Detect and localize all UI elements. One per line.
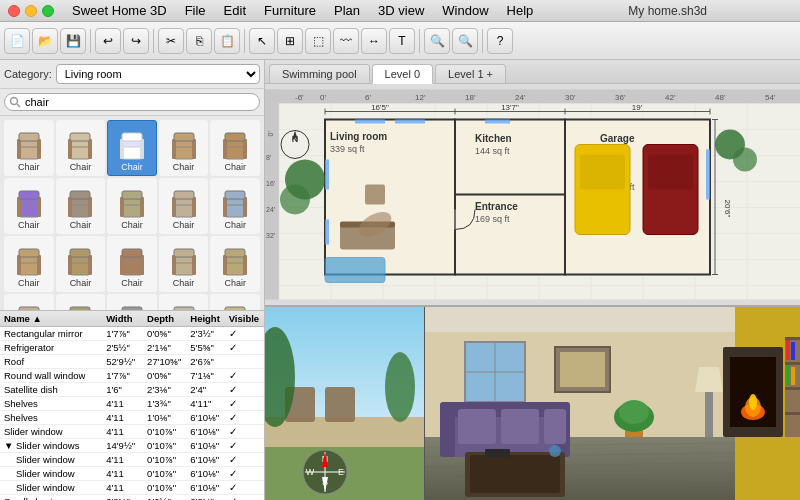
svg-rect-63 — [140, 255, 144, 275]
minimize-button[interactable] — [25, 5, 37, 17]
furniture-item[interactable]: Chair — [159, 236, 209, 292]
furniture-item[interactable]: Oak chair — [210, 294, 260, 310]
table-row[interactable]: Satellite dish 1'6" 2'3⅛" 2'4" ✓ — [0, 383, 264, 397]
furniture-item[interactable]: Child chair — [56, 294, 106, 310]
furniture-item[interactable]: Chair — [107, 236, 157, 292]
menu-furniture[interactable]: Furniture — [256, 1, 324, 20]
table-row[interactable]: Shelves 4'11 1'0⅛" 6'10⅛" ✓ — [0, 411, 264, 425]
category-select[interactable]: Living room Bedroom Kitchen Bathroom — [56, 64, 260, 84]
furniture-item[interactable]: Chair — [159, 178, 209, 234]
close-button[interactable] — [8, 5, 20, 17]
svg-rect-72 — [223, 255, 227, 275]
svg-text:18': 18' — [465, 93, 476, 102]
furniture-item[interactable]: Chair — [159, 120, 209, 176]
help-button[interactable]: ? — [487, 28, 513, 54]
furniture-item[interactable]: Chair — [4, 178, 54, 234]
menu-window[interactable]: Window — [434, 1, 496, 20]
svg-text:19': 19' — [632, 103, 643, 112]
tab-level-0[interactable]: Level 0 — [372, 64, 433, 84]
row-visible: ✓ — [225, 327, 264, 341]
svg-rect-22 — [223, 139, 227, 159]
copy-button[interactable]: ⎘ — [186, 28, 212, 54]
menu-edit[interactable]: Edit — [216, 1, 254, 20]
svg-rect-53 — [37, 255, 41, 275]
furniture-item[interactable]: Chair with c... — [4, 294, 54, 310]
menu-file[interactable]: File — [177, 1, 214, 20]
svg-rect-223 — [470, 455, 560, 493]
menu-3dview[interactable]: 3D view — [370, 1, 432, 20]
svg-text:24': 24' — [266, 206, 275, 213]
create-wall-button[interactable]: ⊞ — [277, 28, 303, 54]
menu-sweethome3d[interactable]: Sweet Home 3D — [64, 1, 175, 20]
svg-rect-241 — [785, 337, 800, 340]
svg-rect-17 — [172, 139, 176, 159]
create-dimension-button[interactable]: ↔ — [361, 28, 387, 54]
table-row[interactable]: Round wall window 1'7⅞" 0'0⅝" 7'1⅛" ✓ — [0, 369, 264, 383]
table-row[interactable]: Slider window 4'11 0'10⅞" 6'10⅛" ✓ — [0, 467, 264, 481]
table-row[interactable]: Slider window 4'11 0'10⅞" 6'10⅛" ✓ — [0, 453, 264, 467]
table-row[interactable]: Slider window 4'11 0'10⅞" 6'10⅛" ✓ — [0, 481, 264, 495]
svg-text:Entrance: Entrance — [475, 201, 518, 212]
furniture-icon — [164, 123, 204, 163]
furniture-item[interactable]: Chair — [56, 120, 106, 176]
search-input[interactable] — [4, 93, 260, 111]
3d-view-area[interactable]: N S W E — [265, 305, 800, 500]
zoom-in-button[interactable]: 🔍 — [424, 28, 450, 54]
table-row[interactable]: Small chest 2'8⅛" 1'6¼" 2'8⅛" ✓ — [0, 495, 264, 501]
row-width: 52'9½" — [102, 355, 143, 369]
table-row[interactable]: Roof 52'9½" 27'10⅝" 2'6⅞" — [0, 355, 264, 369]
search-bar — [0, 89, 264, 116]
furniture-item[interactable]: Modern arm... — [159, 294, 209, 310]
svg-rect-165 — [365, 185, 385, 205]
furniture-item[interactable]: Chair — [107, 178, 157, 234]
furniture-item[interactable]: Chair — [56, 236, 106, 292]
new-button[interactable]: 📄 — [4, 28, 30, 54]
table-row[interactable]: Slider window 4'11 0'10⅞" 6'10⅛" ✓ — [0, 425, 264, 439]
furniture-item[interactable]: Chair — [56, 178, 106, 234]
3d-view-svg: N S W E — [265, 307, 800, 500]
table-row[interactable]: Rectangular mirror 1'7⅞" 0'0⅝" 2'3½" ✓ — [0, 327, 264, 341]
paste-button[interactable]: 📋 — [214, 28, 240, 54]
tab-swimming-pool[interactable]: Swimming pool — [269, 64, 370, 83]
redo-button[interactable]: ↪ — [123, 28, 149, 54]
furniture-item[interactable]: Chair — [210, 120, 260, 176]
open-button[interactable]: 📂 — [32, 28, 58, 54]
svg-rect-58 — [88, 255, 92, 275]
furniture-item[interactable]: Chair — [107, 120, 157, 176]
create-room-button[interactable]: ⬚ — [305, 28, 331, 54]
furniture-item[interactable]: Lattice chair — [107, 294, 157, 310]
row-height: 5'5⅝" — [186, 341, 224, 355]
table-row[interactable]: Shelves 4'11 1'3¾" 4'11" ✓ — [0, 397, 264, 411]
furniture-item[interactable]: Chair — [210, 236, 260, 292]
row-visible: ✓ — [225, 341, 264, 355]
svg-point-173 — [733, 148, 757, 172]
svg-rect-64 — [122, 249, 142, 257]
table-row[interactable]: Refrigerator 2'5½" 2'1⅛" 5'5⅝" ✓ — [0, 341, 264, 355]
menu-plan[interactable]: Plan — [326, 1, 368, 20]
maximize-button[interactable] — [42, 5, 54, 17]
tab-bar: Swimming pool Level 0 Level 1 + — [265, 60, 800, 84]
table-row[interactable]: ▼ Slider windows 14'9½" 0'10⅞" 6'10⅛" ✓ — [0, 439, 264, 453]
cut-button[interactable]: ✂ — [158, 28, 184, 54]
select-button[interactable]: ↖ — [249, 28, 275, 54]
furniture-item[interactable]: Chair — [210, 178, 260, 234]
svg-marker-230 — [695, 367, 723, 392]
row-depth: 1'6¼" — [143, 495, 186, 501]
furniture-item-label: Chair — [224, 163, 246, 173]
category-bar: Category: Living room Bedroom Kitchen Ba… — [0, 60, 264, 89]
row-name: Slider window — [0, 425, 102, 439]
save-button[interactable]: 💾 — [60, 28, 86, 54]
menu-help[interactable]: Help — [499, 1, 542, 20]
undo-button[interactable]: ↩ — [95, 28, 121, 54]
row-depth: 1'3¾" — [143, 397, 186, 411]
row-depth: 27'10⅝" — [143, 355, 186, 369]
create-polyline-button[interactable]: 〰 — [333, 28, 359, 54]
svg-rect-217 — [440, 407, 455, 457]
furniture-item-label: Chair — [70, 163, 92, 173]
furniture-item[interactable]: Chair — [4, 120, 54, 176]
furniture-item[interactable]: Chair — [4, 236, 54, 292]
tab-level-1[interactable]: Level 1 + — [435, 64, 506, 83]
zoom-out-button[interactable]: 🔍 — [452, 28, 478, 54]
floorplan-area[interactable]: -6' 0' 6' 12' 18' 24' 30' 36' 42' 48' 54… — [265, 84, 800, 305]
create-label-button[interactable]: T — [389, 28, 415, 54]
